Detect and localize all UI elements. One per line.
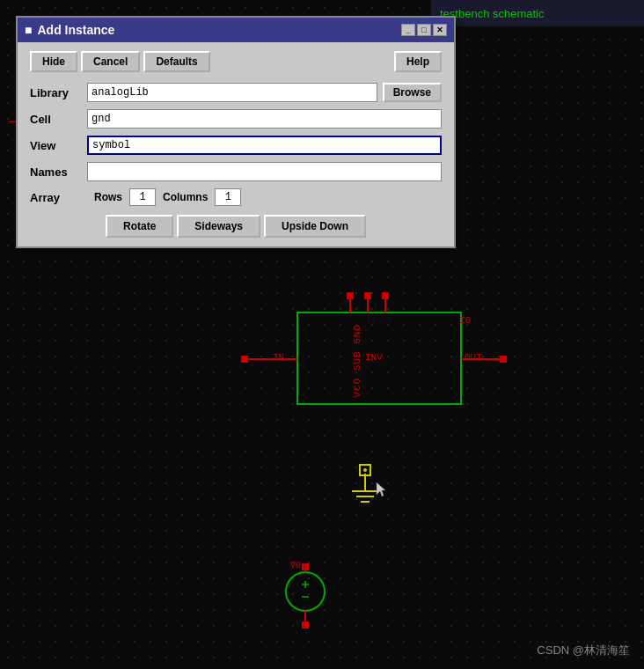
cell-input[interactable] — [87, 109, 442, 129]
transform-buttons: Rotate Sideways Upside Down — [30, 215, 442, 238]
port-io-label: I0 — [459, 315, 471, 326]
maximize-button[interactable]: □ — [417, 24, 431, 36]
array-label: Array — [30, 191, 87, 204]
sideways-button[interactable]: Sideways — [177, 215, 260, 238]
minimize-button[interactable]: _ — [401, 24, 415, 36]
library-input[interactable] — [87, 83, 377, 102]
defaults-button[interactable]: Defaults — [143, 51, 209, 72]
library-label: Library — [30, 86, 87, 99]
dialog-title-left: ■ Add Instance — [25, 23, 114, 37]
columns-label: Columns — [163, 191, 208, 203]
add-instance-dialog: ■ Add Instance _ □ ✕ Hide Cancel Default… — [16, 16, 456, 248]
view-row: View — [30, 136, 442, 155]
dialog-title-icon: ■ — [25, 23, 32, 37]
title-bar: testbench schematic — [431, 0, 644, 26]
help-button[interactable]: Help — [394, 51, 442, 72]
browse-button[interactable]: Browse — [383, 83, 442, 102]
names-input[interactable] — [87, 162, 442, 181]
array-row: Array Rows Columns — [30, 188, 442, 206]
rows-label: Rows — [94, 191, 122, 203]
view-label: View — [30, 139, 87, 152]
cell-label: Cell — [30, 113, 87, 126]
dialog-titlebar: ■ Add Instance _ □ ✕ — [18, 18, 454, 42]
view-input[interactable] — [87, 136, 442, 155]
library-row: Library Browse — [30, 83, 442, 102]
dialog-title-controls: _ □ ✕ — [401, 24, 447, 36]
top-buttons-left: Hide Cancel Defaults — [30, 51, 210, 72]
inv-vco-label: VCO SUB GND — [352, 324, 362, 398]
columns-input[interactable] — [215, 188, 241, 206]
watermark: CSDN @林清海笙 — [537, 643, 630, 658]
upside-down-button[interactable]: Upside Down — [264, 215, 366, 238]
hide-button[interactable]: Hide — [30, 51, 77, 72]
port-in-label: IN — [273, 352, 284, 363]
port-out-label: OUT — [465, 352, 482, 363]
inv-sublabel: INV — [365, 352, 383, 363]
rows-input[interactable] — [129, 188, 156, 206]
names-row: Names — [30, 162, 442, 181]
dialog-content: Hide Cancel Defaults Help Library Browse… — [18, 42, 454, 246]
top-buttons: Hide Cancel Defaults Help — [30, 51, 442, 72]
names-label: Names — [30, 165, 87, 179]
cancel-button[interactable]: Cancel — [81, 51, 140, 72]
cell-row: Cell — [30, 109, 442, 129]
rotate-button[interactable]: Rotate — [106, 215, 173, 238]
close-button[interactable]: ✕ — [433, 24, 447, 36]
dialog-title-text: Add Instance — [37, 23, 114, 37]
